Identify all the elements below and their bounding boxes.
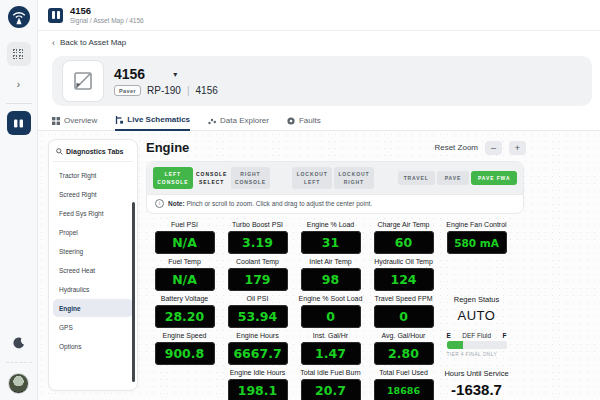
expand-rail-chevron-icon[interactable]: ›: [7, 72, 31, 96]
zoom-note: i Note: Pinch or scroll to zoom. Click a…: [147, 195, 523, 213]
zoom-in-button[interactable]: +: [509, 141, 526, 155]
gauge-label: Hydraulic Oil Temp: [374, 258, 433, 265]
tab-overview[interactable]: Overview: [52, 116, 97, 130]
gauge-charge-air-temp: Charge Air Temp 60: [367, 221, 440, 255]
gauge-display: 0: [374, 305, 434, 328]
gauge-display: 580 mA: [447, 231, 507, 254]
diag-item-tractor-right[interactable]: Tractor Right: [53, 166, 133, 184]
signal-logo-icon[interactable]: [7, 5, 31, 33]
engine-title: Engine: [146, 140, 189, 155]
reset-zoom-button[interactable]: Reset Zoom: [434, 143, 478, 152]
asset-mini-icon: [48, 8, 63, 23]
gauge-value: 0: [399, 309, 408, 324]
gauge-label: Engine Idle Hours: [230, 369, 286, 376]
data-explorer-icon: [208, 117, 216, 125]
diag-item-hydraulics[interactable]: Hydraulics: [53, 280, 133, 298]
gauge-label: Travel Speed FPM: [374, 295, 432, 302]
asset-dropdown-caret-icon[interactable]: ▾: [173, 70, 177, 79]
diag-item-screed-right[interactable]: Screed Right: [53, 185, 133, 203]
gauge-label: Engine Speed: [163, 332, 207, 339]
asset-type-badge: Paver: [114, 85, 141, 96]
gauge-soot-load: Engine % Soot Load 0: [294, 295, 367, 329]
gauge-display: 198.1: [228, 379, 288, 400]
gauge-display: 28.20: [155, 305, 215, 328]
gauge-value: N/A: [172, 235, 197, 250]
gauge-display: N/A: [155, 231, 215, 254]
def-fluid-gauge: E DEF Fluid F TIER 4 FINAL ONLY: [440, 332, 513, 366]
diag-item-steering[interactable]: Steering: [53, 242, 133, 260]
gauge-display: 53.94: [228, 305, 288, 328]
gauge-coolant-temp: Coolant Temp 179: [221, 258, 294, 292]
gauge-fuel-psi: Fuel PSI N/A: [148, 221, 221, 255]
def-empty-label: E: [447, 332, 451, 339]
gauge-display: 6667.7: [228, 342, 288, 365]
gauge-label: Coolant Temp: [236, 258, 279, 265]
console-select-button[interactable]: Console Select: [195, 167, 229, 189]
gauge-label: Turbo Boost PSI: [232, 221, 283, 228]
user-avatar[interactable]: [8, 373, 29, 394]
gauge-display: 31: [301, 231, 361, 254]
gauge-display: 900.8: [155, 342, 215, 365]
diag-item-gps[interactable]: GPS: [53, 318, 133, 336]
gauge-battery-voltage: Battery Voltage 28.20: [148, 295, 221, 329]
gauge-label: Charge Air Temp: [377, 221, 429, 228]
gauge-display: 3.19: [228, 231, 288, 254]
back-chevron-icon: ‹: [52, 38, 55, 48]
gauge-label: Engine Hours: [236, 332, 278, 339]
dark-mode-moon-icon[interactable]: [7, 331, 31, 355]
diag-item-options[interactable]: Options: [53, 337, 133, 355]
gauge-display: 18686: [374, 379, 434, 400]
gauge-label: Inst. Gal/Hr: [313, 332, 348, 339]
diagnostics-scrollbar[interactable]: [132, 202, 135, 382]
pave-fwa-button[interactable]: Pave FWA: [471, 171, 517, 185]
gauge-value: 900.8: [165, 346, 205, 361]
gauge-engine-speed: Engine Speed 900.8: [148, 332, 221, 366]
gauge-value: 0: [326, 309, 335, 324]
tab-live-schematics[interactable]: Live Schematics: [115, 115, 190, 131]
lockout-left-button[interactable]: Lockout Left: [292, 167, 332, 189]
tab-data-explorer[interactable]: Data Explorer: [208, 116, 269, 130]
diag-item-screed-heat[interactable]: Screed Heat: [53, 261, 133, 279]
gauge-value: 98: [322, 272, 339, 287]
apps-grid-icon[interactable]: [7, 42, 31, 66]
back-to-asset-map-link[interactable]: ‹ Back to Asset Map: [38, 31, 600, 54]
gauge-display: N/A: [155, 268, 215, 291]
main-column: 4156 Signal / Asset Map / 4156 ‹ Back to…: [38, 0, 600, 400]
console-control-panel: Left Console Console Select Right Consol…: [146, 161, 524, 214]
gauge-value: 2.80: [388, 346, 419, 361]
gauge-grid: Fuel PSI N/A Turbo Boost PSI 3.19 Engine…: [148, 221, 596, 400]
diagnostics-list: Tractor Right Screed Right Feed Sys Righ…: [53, 166, 133, 355]
asset-model: RP-190: [147, 85, 181, 96]
tab-faults[interactable]: Faults: [287, 116, 321, 130]
gauge-travel-speed-fpm: Travel Speed FPM 0: [367, 295, 440, 329]
diagnostics-panel-header: Diagnostics Tabs: [53, 147, 133, 162]
travel-button[interactable]: Travel: [398, 171, 435, 185]
regen-status: Regen Status AUTO: [440, 295, 513, 329]
asset-view-icon[interactable]: [7, 111, 31, 135]
diag-item-propel[interactable]: Propel: [53, 223, 133, 241]
gauge-oil-psi: Oil PSI 53.94: [221, 295, 294, 329]
gauge-value: 580 mA: [454, 237, 499, 249]
pave-button[interactable]: Pave: [437, 171, 470, 185]
asset-title: 4156: [114, 66, 145, 82]
lockout-right-button[interactable]: Lockout Right: [334, 167, 374, 189]
zoom-out-button[interactable]: –: [485, 141, 502, 155]
gauge-value: 124: [390, 272, 416, 287]
tab-label: Live Schematics: [127, 115, 190, 124]
gauge-label: Oil PSI: [247, 295, 269, 302]
diag-item-feed-sys-right[interactable]: Feed Sys Right: [53, 204, 133, 222]
gauge-value: 53.94: [238, 309, 278, 324]
gauge-value: 31: [322, 235, 339, 250]
gauge-value: 6667.7: [233, 346, 281, 361]
right-console-button[interactable]: Right Console: [231, 167, 271, 189]
breadcrumb: Signal / Asset Map / 4156: [70, 17, 144, 25]
rail-divider: [6, 362, 32, 363]
diag-item-engine[interactable]: Engine: [53, 299, 133, 317]
def-fluid-label: DEF Fluid: [462, 332, 491, 339]
gauge-value: N/A: [172, 272, 197, 287]
left-console-button[interactable]: Left Console: [153, 167, 193, 189]
subtitle-divider: |: [187, 85, 190, 96]
gauge-avg-gal-hour: Avg. Gal/Hour 2.80: [367, 332, 440, 366]
search-icon: [56, 148, 63, 155]
overview-grid-icon: [52, 117, 60, 125]
